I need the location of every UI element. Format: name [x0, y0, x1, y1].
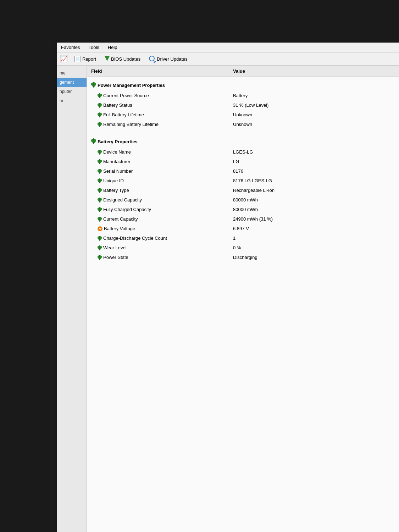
value-cycle-count: 1: [229, 234, 399, 242]
table-row: Battery Type Rechargeable Li-Ion: [87, 185, 399, 195]
menu-help[interactable]: Help: [106, 44, 119, 51]
leaf-icon: [98, 217, 102, 222]
table-row: Full Battery Lifetime Unknown: [87, 110, 399, 120]
leaf-icon: [98, 207, 102, 212]
leaf-icon: [98, 122, 102, 127]
chart-icon[interactable]: 📈: [60, 55, 68, 63]
table-row: Power State Discharging: [87, 253, 399, 262]
leaf-icon: [98, 245, 102, 250]
table-row: Battery Voltage 6.897 V: [87, 224, 399, 233]
content-area: me gement nputer m Field Value: [57, 66, 399, 532]
value-current-power-source: Battery: [229, 92, 399, 99]
field-device-name: Device Name: [87, 148, 229, 156]
sidebar-item-computer[interactable]: nputer: [57, 87, 87, 96]
value-designed-capacity: 80000 mWh: [229, 196, 399, 204]
col-value-header: Value: [229, 67, 399, 75]
field-battery-voltage: Battery Voltage: [87, 225, 229, 232]
menu-tools[interactable]: Tools: [87, 44, 100, 51]
leaf-icon: [98, 198, 102, 203]
section-leaf-icon-power: [91, 82, 96, 89]
sidebar-item-m[interactable]: m: [57, 96, 87, 105]
value-battery-voltage: 6.897 V: [229, 225, 399, 232]
field-battery-status: Battery Status: [87, 101, 229, 109]
table-row: Serial Number 8176: [87, 166, 399, 176]
leaf-icon: [98, 159, 102, 164]
field-serial-number: Serial Number: [87, 167, 229, 175]
driver-label: Driver Updates: [157, 56, 188, 62]
table-row: Current Power Source Battery: [87, 91, 399, 100]
value-power-state: Discharging: [229, 254, 399, 261]
value-device-name: LGES-LG: [229, 148, 399, 156]
value-fully-charged-capacity: 80000 mWh: [229, 206, 399, 213]
battery-properties-section: Battery Properties: [87, 136, 399, 147]
field-unique-id: Unique ID: [87, 177, 229, 184]
table-row: Current Capacity 24900 mWh (31 %): [87, 214, 399, 224]
sidebar-item-me[interactable]: me: [57, 68, 87, 78]
main-content: Field Value Power Management Properti: [87, 66, 399, 532]
value-battery-type: Rechargeable Li-Ion: [229, 187, 399, 194]
value-full-battery-lifetime: Unknown: [229, 111, 399, 118]
menu-bar: Favorites Tools Help: [57, 43, 399, 52]
leaf-icon: [98, 188, 102, 193]
field-current-capacity: Current Capacity: [87, 215, 229, 223]
field-manufacturer: Manufacturer: [87, 158, 229, 165]
field-designed-capacity: Designed Capacity: [87, 196, 229, 204]
report-button[interactable]: 📄 Report: [72, 55, 98, 63]
leaf-icon: [98, 103, 102, 108]
table-row: Fully Charged Capacity 80000 mWh: [87, 205, 399, 214]
field-power-state: Power State: [87, 254, 229, 261]
bios-updates-button[interactable]: BIOS Updates: [102, 55, 143, 63]
field-current-power-source: Current Power Source: [87, 92, 229, 99]
leaf-icon: [98, 112, 102, 117]
leaf-icon: [98, 236, 102, 241]
value-wear-level: 0 %: [229, 244, 399, 251]
arrow-down-icon: [105, 56, 110, 62]
table-body: Power Management Properties Current Powe…: [87, 77, 399, 264]
table-row: Device Name LGES-LG: [87, 147, 399, 157]
leaf-icon: [98, 169, 102, 174]
driver-updates-button[interactable]: Driver Updates: [147, 55, 190, 63]
value-current-capacity: 24900 mWh (31 %): [229, 215, 399, 223]
report-icon: 📄: [74, 56, 81, 62]
field-wear-level: Wear Level: [87, 244, 229, 251]
section-leaf-icon-battery: [91, 138, 96, 145]
value-manufacturer: LG: [229, 158, 399, 165]
table-row: Wear Level 0 %: [87, 243, 399, 253]
field-battery-type: Battery Type: [87, 187, 229, 194]
field-full-battery-lifetime: Full Battery Lifetime: [87, 111, 229, 118]
field-remaining-battery-lifetime: Remaining Battery Lifetime: [87, 121, 229, 128]
sidebar-item-management[interactable]: gement: [57, 78, 87, 87]
table-row: Unique ID 8176 LG LGES-LG: [87, 176, 399, 185]
table-row: Charge-Discharge Cycle Count 1: [87, 233, 399, 243]
value-battery-status: 31 % (Low Level): [229, 101, 399, 109]
table-row: Manufacturer LG: [87, 157, 399, 166]
field-cycle-count: Charge-Discharge Cycle Count: [87, 234, 229, 242]
toolbar: 📈 📄 Report BIOS Updates: [57, 52, 399, 66]
battery-properties-label: Battery Properties: [98, 139, 138, 144]
value-unique-id: 8176 LG LGES-LG: [229, 177, 399, 184]
leaf-icon: [98, 255, 102, 260]
power-management-label: Power Management Properties: [98, 83, 165, 88]
report-label: Report: [82, 56, 96, 62]
power-management-section: Power Management Properties: [87, 80, 399, 91]
col-field-header: Field: [87, 67, 229, 75]
menu-favorites[interactable]: Favorites: [60, 44, 81, 51]
table-row: Battery Status 31 % (Low Level): [87, 100, 399, 110]
value-remaining-battery-lifetime: Unknown: [229, 121, 399, 128]
search-circle-icon: [149, 56, 155, 62]
value-serial-number: 8176: [229, 167, 399, 175]
field-fully-charged-capacity: Fully Charged Capacity: [87, 206, 229, 213]
table-row: Designed Capacity 80000 mWh: [87, 195, 399, 205]
bolt-icon: [98, 226, 102, 231]
leaf-icon: [98, 178, 102, 183]
sidebar: me gement nputer m: [57, 66, 87, 532]
table-header: Field Value: [87, 66, 399, 77]
bios-label: BIOS Updates: [111, 56, 140, 62]
leaf-icon: [98, 93, 102, 98]
leaf-icon: [98, 150, 102, 155]
table-row: Remaining Battery Lifetime Unknown: [87, 120, 399, 129]
